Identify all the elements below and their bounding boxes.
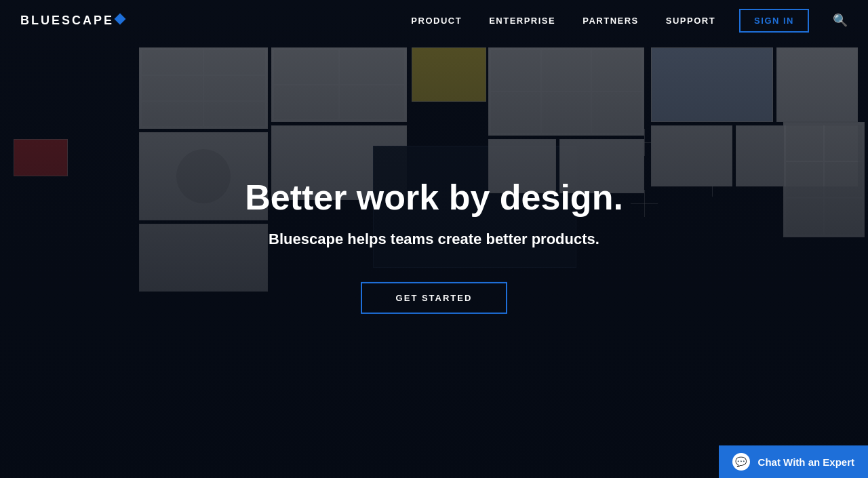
hero-title: Better work by design.	[197, 178, 671, 216]
nav-links: PRODUCT ENTERPRISE PARTNERS SUPPORT	[411, 14, 715, 26]
logo-diamond-icon	[115, 14, 126, 25]
chat-bubble-icon: 💬	[735, 456, 747, 467]
nav-link-enterprise[interactable]: ENTERPRISE	[489, 16, 555, 26]
hero-section: BLUESCAPE PRODUCT ENTERPRISE PARTNERS SU…	[0, 0, 868, 478]
navbar: BLUESCAPE PRODUCT ENTERPRISE PARTNERS SU…	[0, 0, 868, 41]
chat-icon: 💬	[732, 453, 750, 471]
search-icon[interactable]: 🔍	[833, 13, 848, 28]
hero-content: Better work by design. Bluescape helps t…	[197, 178, 671, 313]
hero-subtitle: Bluescape helps teams create better prod…	[197, 231, 671, 248]
nav-link-product[interactable]: PRODUCT	[411, 16, 462, 26]
nav-link-partners[interactable]: PARTNERS	[583, 16, 639, 26]
signin-button[interactable]: SIGN IN	[739, 9, 809, 33]
chat-label: Chat With an Expert	[758, 456, 854, 468]
nav-link-support[interactable]: SUPPORT	[666, 16, 715, 26]
get-started-button[interactable]: GET STARTED	[361, 282, 508, 314]
logo[interactable]: BLUESCAPE	[20, 14, 124, 28]
chat-widget[interactable]: 💬 Chat With an Expert	[719, 445, 868, 478]
logo-text: BLUESCAPE	[20, 14, 114, 28]
